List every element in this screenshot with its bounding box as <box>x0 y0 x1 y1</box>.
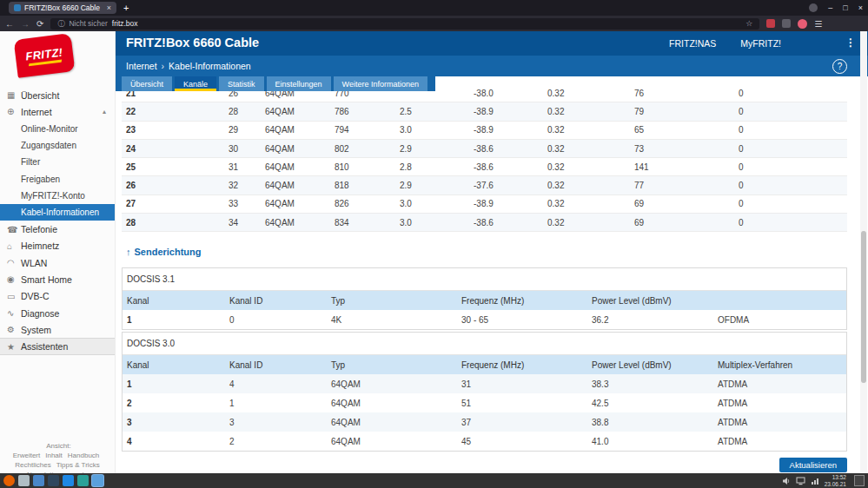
table-cell: -38.6 <box>474 218 547 228</box>
send-direction-label: Senderichtung <box>135 247 202 257</box>
app-icon[interactable] <box>63 475 74 486</box>
show-desktop-button[interactable] <box>854 475 865 486</box>
sidebar-item-telefonie[interactable]: ☎Telefonie <box>0 221 115 237</box>
insecure-icon[interactable]: ⓘ <box>57 19 64 29</box>
refresh-button[interactable]: Aktualisieren <box>779 458 847 472</box>
sidebar-item-dvb-c[interactable]: ▭DVB-C <box>0 288 115 305</box>
display-icon[interactable] <box>796 473 805 488</box>
app-icon[interactable] <box>18 475 30 486</box>
browser-window-icon[interactable] <box>92 475 103 486</box>
page-scrollbar[interactable] <box>860 31 867 473</box>
sidebar-item-heimnetz[interactable]: ⌂Heimnetz <box>0 238 115 254</box>
table-cell: 64QAM <box>265 181 335 190</box>
tab-statistik[interactable]: Statistik <box>219 76 264 91</box>
sidebar-item-online-monitor[interactable]: Online-Monitor <box>0 121 115 137</box>
volume-icon[interactable] <box>782 473 791 488</box>
table-cell: 22 <box>126 107 229 116</box>
sidebar-item-myfritz-konto[interactable]: MyFRITZ!-Konto <box>0 188 115 204</box>
sidebar-item-filter[interactable]: Filter <box>0 154 115 170</box>
sidebar-item-zugangsdaten[interactable]: Zugangsdaten <box>0 137 115 154</box>
tab-overflow-icon[interactable] <box>809 3 818 12</box>
help-button[interactable]: ? <box>832 59 847 74</box>
sidebar-item-system[interactable]: ⚙System <box>0 321 115 338</box>
table-cell: 818 <box>335 181 400 190</box>
sidebar-item-label: DVB-C <box>21 291 50 301</box>
footer-link[interactable]: Tipps & Tricks <box>56 461 100 469</box>
column-header: Multiplex-Verfahren <box>718 360 846 370</box>
sidebar-item-internet[interactable]: ⊕Internet▴ <box>0 103 115 120</box>
minimize-button[interactable]: – <box>828 0 832 16</box>
phone-icon: ☎ <box>7 225 21 234</box>
network-icon[interactable] <box>811 473 819 488</box>
kebab-menu-icon[interactable]: ⋮ <box>845 36 856 49</box>
table-cell: -38.6 <box>474 162 547 172</box>
footer-link[interactable]: Inhalt <box>45 452 63 459</box>
breadcrumb-section[interactable]: Internet <box>126 61 157 71</box>
table-cell: 38.8 <box>592 418 718 427</box>
url-text: fritz.box <box>112 19 138 28</box>
table-cell: 30 <box>229 144 265 154</box>
profile-avatar[interactable] <box>798 19 807 29</box>
page-title: FRITZ!Box 6660 Cable <box>126 36 259 49</box>
scrollbar-thumb[interactable] <box>861 231 866 383</box>
table-row: 3364QAM3738.8ATDMA <box>123 412 846 432</box>
table-cell: 37 <box>461 418 592 427</box>
table-cell: 3 <box>229 418 331 427</box>
app-icon[interactable] <box>48 475 59 486</box>
table-cell: 3 <box>127 418 229 427</box>
sidebar-item-assistenten[interactable]: ★Assistenten <box>0 338 115 354</box>
footer-line: Ansicht: ErweitertInhaltHandbuch <box>0 441 115 460</box>
url-bar[interactable]: ⓘ Nicht sicher fritz.box ☆ <box>50 18 759 30</box>
smart-home-icon: ◉ <box>7 274 21 284</box>
tab-bersicht[interactable]: Übersicht <box>122 76 172 91</box>
menu-hamburger-icon[interactable]: ☰ <box>814 19 822 29</box>
table-cell: 32 <box>229 181 265 190</box>
docsis30-table: DOCSIS 3.0KanalKanal IDTypFrequenz (MHz)… <box>122 332 847 452</box>
table-cell: 141 <box>634 162 739 172</box>
tab-weitere-informationen[interactable]: Weitere Informationen <box>334 76 427 91</box>
sidebar-item-kabel-informationen[interactable]: Kabel-Informationen <box>0 204 115 221</box>
new-tab-button[interactable]: + <box>123 3 129 13</box>
overview-icon: ▦ <box>7 90 21 100</box>
fritznas-link[interactable]: FRITZ!NAS <box>669 38 716 49</box>
sidebar-item-bersicht[interactable]: ▦Übersicht <box>0 87 115 103</box>
maximize-button[interactable]: □ <box>843 0 847 16</box>
receive-table-row: 263264QAM8182.9-37.60.32770 <box>122 176 847 195</box>
myfritz-link[interactable]: MyFRITZ! <box>740 38 781 49</box>
browser-tab[interactable]: FRITZ!Box 6660 Cable × <box>9 2 116 14</box>
clock[interactable]: 13:52 23.06.21 <box>825 474 846 487</box>
window-controls: – □ × <box>809 0 863 16</box>
tab-close-icon[interactable]: × <box>107 3 111 12</box>
footer-line: RechtlichesTipps & Tricks <box>0 460 115 470</box>
back-icon[interactable]: ← <box>5 19 14 29</box>
table-cell: 28 <box>229 107 265 116</box>
sidebar-item-wlan[interactable]: ◠WLAN <box>0 254 115 271</box>
footer-link[interactable]: Rechtliches <box>15 461 50 469</box>
sidebar-item-label: Heimnetz <box>21 241 59 251</box>
table-cell: 0 <box>739 107 847 116</box>
sidebar-item-diagnose[interactable]: ∿Diagnose <box>0 305 115 321</box>
adblock-shield-icon[interactable] <box>766 19 775 28</box>
sidebar-item-smart-home[interactable]: ◉Smart Home <box>0 271 115 287</box>
docsis-label: DOCSIS 3.1 <box>123 268 846 291</box>
table-cell: 64QAM <box>265 218 335 228</box>
sidebar-item-freigaben[interactable]: Freigaben <box>0 170 115 187</box>
clock-time: 13:52 <box>825 474 846 481</box>
close-button[interactable]: × <box>858 0 863 16</box>
app-icon[interactable] <box>33 475 44 486</box>
footer-link[interactable]: Handbuch <box>68 452 99 459</box>
table-cell: 0 <box>739 125 847 135</box>
table-cell: 33 <box>229 199 265 208</box>
extensions-puzzle-icon[interactable] <box>782 19 791 28</box>
bookmark-star-icon[interactable]: ☆ <box>745 19 752 28</box>
table-row: 2164QAM5142.5ATDMA <box>123 393 846 412</box>
tab-kan-le[interactable]: Kanäle <box>175 76 216 91</box>
forward-icon[interactable]: → <box>21 19 30 29</box>
table-cell: 0 <box>739 89 847 98</box>
table-cell: -38.9 <box>474 199 547 208</box>
firefox-icon[interactable] <box>3 475 15 486</box>
sidebar-nav: ▦Übersicht⊕Internet▴Online-MonitorZugang… <box>0 87 115 355</box>
tab-einstellungen[interactable]: Einstellungen <box>267 76 331 91</box>
reload-icon[interactable]: ⟳ <box>36 19 43 29</box>
app-icon[interactable] <box>77 475 89 486</box>
